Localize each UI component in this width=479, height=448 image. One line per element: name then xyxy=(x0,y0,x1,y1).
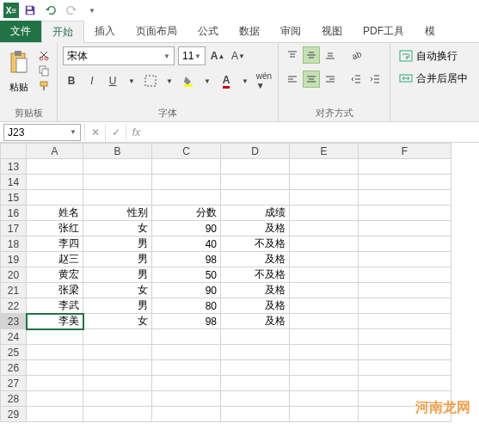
cell-B17[interactable]: 女 xyxy=(83,221,152,236)
tab-review[interactable]: 审阅 xyxy=(270,21,311,42)
cell-A28[interactable] xyxy=(27,391,83,407)
tab-layout[interactable]: 页面布局 xyxy=(126,21,187,42)
row-header-14[interactable]: 14 xyxy=(1,175,27,190)
cell-D26[interactable] xyxy=(221,360,290,376)
cell-C18[interactable]: 40 xyxy=(152,236,221,252)
cell-D25[interactable] xyxy=(221,345,290,360)
cell-F21[interactable] xyxy=(359,283,451,298)
select-all-corner[interactable] xyxy=(1,144,27,159)
cell-F18[interactable] xyxy=(359,236,451,252)
cell-E29[interactable] xyxy=(290,407,359,422)
merge-center-button[interactable]: 合并后居中 xyxy=(396,69,471,88)
cell-A23[interactable]: 李美 xyxy=(27,314,83,329)
cell-F14[interactable] xyxy=(359,175,451,190)
row-header-18[interactable]: 18 xyxy=(1,236,27,252)
fill-color-dropdown[interactable]: ▼ xyxy=(200,72,214,89)
cell-F26[interactable] xyxy=(359,360,451,376)
cell-A25[interactable] xyxy=(27,345,83,360)
row-header-25[interactable]: 25 xyxy=(1,345,27,360)
paste-button[interactable] xyxy=(5,46,33,79)
cell-B19[interactable]: 男 xyxy=(83,252,152,267)
cell-E25[interactable] xyxy=(290,345,359,360)
cell-A26[interactable] xyxy=(27,360,83,376)
save-button[interactable] xyxy=(21,1,40,20)
row-header-24[interactable]: 24 xyxy=(1,329,27,345)
cell-A13[interactable] xyxy=(27,159,83,175)
border-dropdown[interactable]: ▼ xyxy=(163,72,176,89)
spreadsheet-grid[interactable]: ABCDEF13141516姓名性别分数成绩17张红女90及格18李四男40不及… xyxy=(0,143,479,422)
cell-D29[interactable] xyxy=(221,407,290,422)
cell-F19[interactable] xyxy=(359,252,451,267)
cancel-formula-button[interactable]: ✕ xyxy=(84,124,105,141)
tab-more[interactable]: 模 xyxy=(415,21,445,42)
cell-C25[interactable] xyxy=(152,345,221,360)
row-header-29[interactable]: 29 xyxy=(1,407,27,422)
cell-E23[interactable] xyxy=(290,314,359,329)
decrease-indent-button[interactable] xyxy=(347,71,365,88)
cell-F25[interactable] xyxy=(359,345,451,360)
cell-D20[interactable]: 不及格 xyxy=(221,267,290,283)
cell-B15[interactable] xyxy=(83,190,152,206)
qat-customize-dropdown[interactable]: ▼ xyxy=(83,1,101,20)
cell-C24[interactable] xyxy=(152,329,221,345)
format-painter-button[interactable] xyxy=(36,79,52,93)
cell-F29[interactable] xyxy=(359,407,451,422)
tab-data[interactable]: 数据 xyxy=(229,21,270,42)
cell-B14[interactable] xyxy=(83,175,152,190)
cell-F13[interactable] xyxy=(359,159,451,175)
cell-E20[interactable] xyxy=(290,267,359,283)
cell-F17[interactable] xyxy=(359,221,451,236)
cell-A21[interactable]: 张梁 xyxy=(27,283,83,298)
cell-D21[interactable]: 及格 xyxy=(221,283,290,298)
cell-F20[interactable] xyxy=(359,267,451,283)
cell-F27[interactable] xyxy=(359,376,451,391)
cell-F15[interactable] xyxy=(359,190,451,206)
wrap-text-button[interactable]: 自动换行 xyxy=(396,46,461,65)
copy-button[interactable] xyxy=(36,64,52,77)
cell-D22[interactable]: 及格 xyxy=(221,298,290,314)
cell-A16[interactable]: 姓名 xyxy=(27,206,83,221)
cell-E16[interactable] xyxy=(290,206,359,221)
tab-file[interactable]: 文件 xyxy=(0,21,41,42)
cell-E17[interactable] xyxy=(290,221,359,236)
border-button[interactable] xyxy=(142,72,159,89)
cell-D23[interactable]: 及格 xyxy=(221,314,290,329)
cell-A19[interactable]: 赵三 xyxy=(27,252,83,267)
redo-button[interactable] xyxy=(62,1,81,20)
align-top-button[interactable] xyxy=(284,46,301,64)
row-header-19[interactable]: 19 xyxy=(1,252,27,267)
cell-D14[interactable] xyxy=(221,175,290,190)
row-header-17[interactable]: 17 xyxy=(1,221,27,236)
col-header-A[interactable]: A xyxy=(27,144,83,159)
cell-B21[interactable]: 女 xyxy=(83,283,152,298)
cell-E13[interactable] xyxy=(290,159,359,175)
cell-E15[interactable] xyxy=(290,190,359,206)
row-header-27[interactable]: 27 xyxy=(1,376,27,391)
font-name-select[interactable]: 宋体▼ xyxy=(63,46,175,65)
row-header-16[interactable]: 16 xyxy=(1,206,27,221)
tab-view[interactable]: 视图 xyxy=(311,21,353,42)
tab-pdf[interactable]: PDF工具 xyxy=(353,21,415,42)
cell-C27[interactable] xyxy=(152,376,221,391)
cell-A20[interactable]: 黄宏 xyxy=(27,267,83,283)
font-color-button[interactable]: A xyxy=(218,72,235,89)
row-header-21[interactable]: 21 xyxy=(1,283,27,298)
cell-E19[interactable] xyxy=(290,252,359,267)
font-color-dropdown[interactable]: ▼ xyxy=(238,72,252,89)
tab-formulas[interactable]: 公式 xyxy=(187,21,229,42)
cell-F28[interactable] xyxy=(359,391,451,407)
fill-color-button[interactable] xyxy=(180,72,197,89)
cell-C15[interactable] xyxy=(152,190,221,206)
cell-C13[interactable] xyxy=(152,159,221,175)
cell-D24[interactable] xyxy=(221,329,290,345)
underline-dropdown[interactable]: ▼ xyxy=(125,72,138,89)
align-left-button[interactable] xyxy=(284,71,301,88)
cell-C23[interactable]: 98 xyxy=(152,314,221,329)
cell-C16[interactable]: 分数 xyxy=(152,206,221,221)
name-box[interactable]: J23 ▼ xyxy=(3,124,81,141)
cell-B18[interactable]: 男 xyxy=(83,236,152,252)
col-header-B[interactable]: B xyxy=(83,144,152,159)
tab-home[interactable]: 开始 xyxy=(41,21,84,43)
cell-A17[interactable]: 张红 xyxy=(27,221,83,236)
cell-D19[interactable]: 及格 xyxy=(221,252,290,267)
